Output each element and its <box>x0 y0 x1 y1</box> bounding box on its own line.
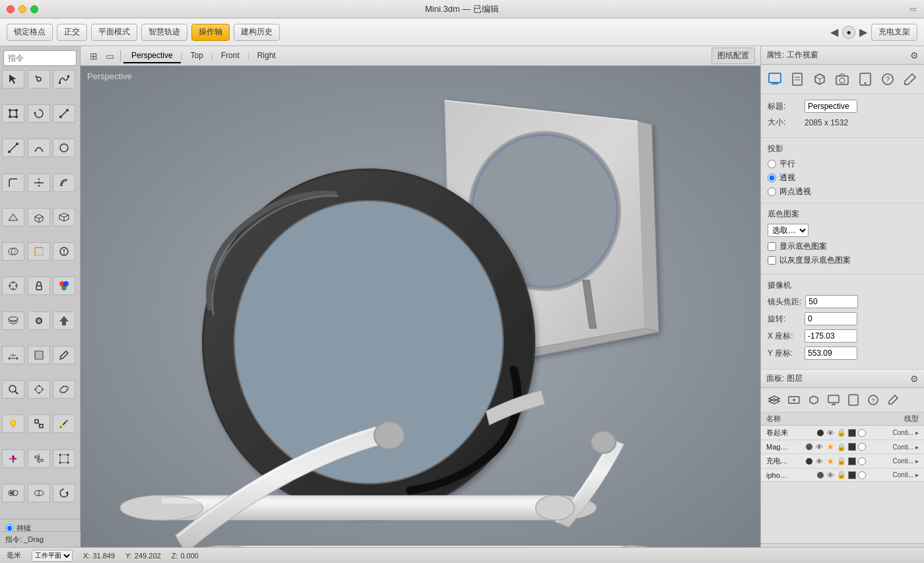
cage-tool[interactable] <box>53 449 75 468</box>
two-point-radio[interactable] <box>768 187 776 196</box>
tab-front[interactable]: Front <box>213 49 248 63</box>
pen-icon[interactable] <box>902 70 919 88</box>
nav-forward-icon[interactable]: ▶ <box>859 26 867 38</box>
layer-lock-icon-3[interactable]: 🔒 <box>837 471 846 479</box>
layer-color-2[interactable] <box>848 457 856 465</box>
layer-row-3[interactable]: ipho… 👁 🔒 Conti... ▸ <box>761 469 924 482</box>
record-tool[interactable] <box>2 484 24 502</box>
layer-star-icon-2[interactable]: ★ <box>826 457 835 466</box>
rotate-input[interactable] <box>805 312 857 325</box>
parallel-radio[interactable] <box>768 160 776 168</box>
layer-color-3[interactable] <box>848 471 856 479</box>
orbit-tool[interactable] <box>53 380 75 399</box>
lock-grid-button[interactable]: 锁定格点 <box>7 24 53 41</box>
tab-top[interactable]: Top <box>183 49 211 63</box>
drawing-config-button[interactable]: 图纸配置 <box>711 48 755 64</box>
select-tool[interactable] <box>2 70 24 88</box>
maximize-viewport-icon[interactable]: ▭ <box>102 48 117 64</box>
close-button[interactable] <box>7 5 15 13</box>
layer-row-0[interactable]: 卷起来 👁 🔒 Conti... ▸ <box>761 426 924 440</box>
ortho-button[interactable]: 正交 <box>57 24 87 41</box>
hatch-tool[interactable] <box>28 346 50 364</box>
object-snap[interactable] <box>28 414 50 433</box>
lock-tool[interactable] <box>28 277 50 295</box>
tab-right[interactable]: Right <box>249 49 284 63</box>
edit-tool[interactable] <box>53 346 75 364</box>
y-input[interactable] <box>805 347 857 360</box>
layer-star-icon-1[interactable]: ★ <box>826 442 835 451</box>
surface-tool[interactable] <box>2 208 24 226</box>
tab-perspective[interactable]: Perspective <box>123 49 181 63</box>
layers-help-icon[interactable]: ? <box>865 392 881 408</box>
magic-wand[interactable] <box>53 414 75 433</box>
properties-gear-icon[interactable]: ⚙ <box>910 50 919 61</box>
bg-show-check[interactable] <box>768 242 776 251</box>
pan-tool[interactable] <box>28 380 50 399</box>
render-tool[interactable] <box>28 312 50 330</box>
bg-gray-check[interactable] <box>768 256 776 265</box>
layer-row-2[interactable]: 充电… 👁 ★ 🔒 Conti... ▸ <box>761 454 924 469</box>
extrude-tool[interactable] <box>28 208 50 226</box>
layers-screen-icon[interactable] <box>845 392 861 408</box>
circle-tool[interactable] <box>53 139 75 157</box>
viewport-props-icon[interactable] <box>766 70 783 88</box>
transform-tool[interactable] <box>2 104 24 123</box>
layer-eye-icon-2[interactable]: 👁 <box>814 457 824 465</box>
plane-mode-button[interactable]: 平面模式 <box>91 24 137 41</box>
layout-grid-icon[interactable]: ⊞ <box>86 48 102 64</box>
minimize-button[interactable] <box>18 5 26 13</box>
op-axis-button[interactable]: 操作轴 <box>191 24 230 41</box>
layers-stack-icon[interactable] <box>766 392 782 408</box>
scale-tool[interactable] <box>53 104 75 123</box>
layer-eye-icon-1[interactable]: 👁 <box>814 443 824 451</box>
arc-tool[interactable] <box>28 139 50 157</box>
mesh-tool[interactable] <box>53 208 75 226</box>
page-icon[interactable] <box>789 70 806 88</box>
zoom-tool[interactable] <box>2 380 24 399</box>
title-input[interactable] <box>805 100 857 113</box>
analyze-tool[interactable] <box>53 242 75 261</box>
tablet-icon[interactable] <box>857 70 874 88</box>
wire-tool[interactable] <box>28 484 50 502</box>
command-input[interactable] <box>3 50 77 66</box>
history-button[interactable]: 建构历史 <box>234 24 280 41</box>
history-tool[interactable] <box>53 484 75 502</box>
layer-eye-icon-0[interactable]: 👁 <box>826 429 835 437</box>
color-tool[interactable] <box>53 277 75 295</box>
charger-stand-button[interactable]: 充电支架 <box>871 24 917 41</box>
question-icon[interactable]: ? <box>879 70 896 88</box>
fillet-tool[interactable] <box>2 174 24 192</box>
fillet3d-tool[interactable] <box>28 242 50 261</box>
perspective-radio[interactable] <box>768 174 776 182</box>
cube-icon[interactable] <box>811 70 828 88</box>
x-input[interactable] <box>805 329 857 343</box>
rotate-tool[interactable] <box>28 104 50 123</box>
offset-tool[interactable] <box>53 174 75 192</box>
point-tool[interactable] <box>28 70 50 88</box>
layers-cube-icon[interactable] <box>806 392 822 408</box>
layer-lock-icon-2[interactable]: 🔒 <box>837 457 846 465</box>
gumball-tool[interactable] <box>2 449 24 468</box>
dim-tool[interactable]: dim <box>2 346 24 364</box>
3d-viewport[interactable]: Perspective <box>81 66 760 563</box>
bg-select[interactable]: 选取… <box>768 224 808 237</box>
layers-add-icon[interactable] <box>786 392 802 408</box>
layer-row-1[interactable]: Mag… 👁 ★ 🔒 Conti... ▸ <box>761 440 924 454</box>
layer-lock-icon-1[interactable]: 🔒 <box>837 443 846 451</box>
arrow-tool[interactable] <box>53 312 75 330</box>
snap-tool[interactable] <box>2 277 24 295</box>
smart-track-button[interactable]: 智慧轨迹 <box>141 24 187 41</box>
camera-icon[interactable] <box>834 70 851 88</box>
nav-back-icon[interactable]: ◀ <box>830 26 838 38</box>
boolean-tool[interactable] <box>2 242 24 261</box>
curve-tool[interactable] <box>53 70 75 88</box>
layer-lock-icon-0[interactable]: 🔒 <box>837 428 846 437</box>
layer-eye-icon-3[interactable]: 👁 <box>826 471 835 479</box>
trim-tool[interactable] <box>28 174 50 192</box>
focal-input[interactable] <box>805 295 858 308</box>
layers-monitor-icon[interactable] <box>826 392 842 408</box>
sidebar-toggle-icon[interactable]: ▭ <box>909 5 916 13</box>
light-tool[interactable] <box>2 414 24 433</box>
maximize-button[interactable] <box>30 5 38 13</box>
align-tool[interactable] <box>28 449 50 468</box>
